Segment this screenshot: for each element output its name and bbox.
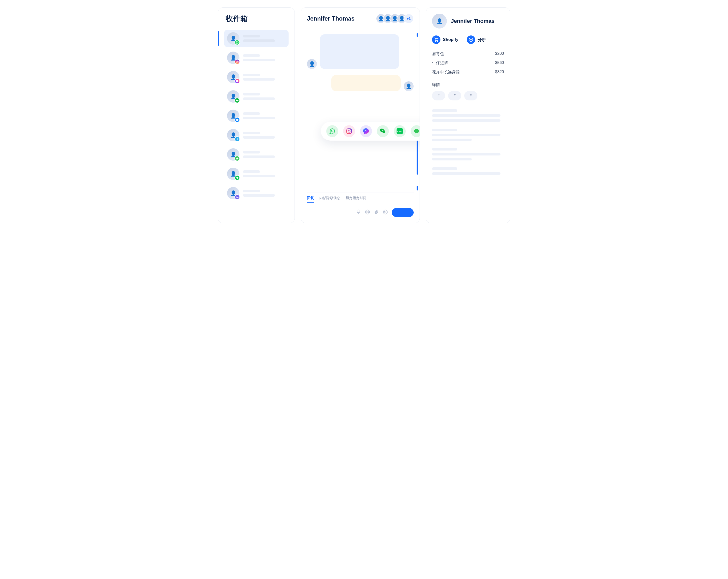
item-price: $320 xyxy=(495,70,504,75)
scrollbar-thumb[interactable] xyxy=(417,33,418,37)
conversation-panel: Jennifer Thomas 👤 👤 👤 👤 +1 👤 👤 xyxy=(301,7,420,223)
order-item: 牛仔短裤 $560 xyxy=(432,60,504,66)
order-item: 肩背包 $200 xyxy=(432,51,504,57)
channel-imessage[interactable] xyxy=(411,125,420,137)
inbox-item[interactable]: 👤 xyxy=(224,88,289,105)
svg-rect-12 xyxy=(358,210,359,212)
tag-chip[interactable]: # xyxy=(464,91,477,101)
svg-point-15 xyxy=(385,211,385,212)
svg-point-17 xyxy=(436,41,436,42)
contact-name: Jennifer Thomas xyxy=(451,18,495,24)
tag-chip[interactable]: # xyxy=(432,91,445,101)
avatar: 👤 xyxy=(227,90,239,103)
svg-point-14 xyxy=(383,210,388,214)
composer: 回复 内部隐蔽信息 预定指定时间 xyxy=(307,192,414,217)
item-price: $560 xyxy=(495,60,504,66)
tag-row: # # # xyxy=(432,91,504,101)
inbox-item[interactable]: 👤 xyxy=(224,165,289,183)
instagram-icon xyxy=(234,59,240,64)
svg-point-19 xyxy=(469,38,473,42)
contact-name: Jennifer Thomas xyxy=(307,15,355,22)
channel-line[interactable]: LINE xyxy=(394,125,406,137)
tag-chip[interactable]: # xyxy=(448,91,461,101)
details-header: 👤 Jennifer Thomas xyxy=(432,13,504,29)
svg-point-16 xyxy=(386,211,386,212)
avatar: 👤 xyxy=(404,81,414,91)
tab-internal[interactable]: 内部隐蔽信息 xyxy=(319,196,340,202)
participants[interactable]: 👤 👤 👤 👤 +1 xyxy=(379,13,414,24)
item-label: 花卉中长连身裙 xyxy=(432,70,460,75)
message-bubble xyxy=(331,75,401,91)
mention-icon[interactable] xyxy=(365,210,370,216)
inbox-title: 收件箱 xyxy=(224,13,289,24)
inbox-item[interactable]: 👤 xyxy=(224,185,289,202)
svg-rect-0 xyxy=(236,61,238,63)
channel-messenger[interactable] xyxy=(360,125,372,137)
avatar: 👤 xyxy=(227,168,239,180)
svg-point-1 xyxy=(237,61,238,62)
avatar: 👤 xyxy=(227,148,239,161)
attachment-icon[interactable] xyxy=(374,210,379,216)
avatar: 👤 xyxy=(227,187,239,199)
order-items: 肩背包 $200 牛仔短裤 $560 花卉中长连身裙 $320 xyxy=(432,51,504,75)
chat-icon xyxy=(234,117,240,122)
composer-toolbar xyxy=(356,210,388,216)
details-placeholder xyxy=(432,109,504,175)
integration-pills: Shopify 分析 xyxy=(432,35,504,44)
inbox-item[interactable]: 👤 xyxy=(224,107,289,125)
pill-label: 分析 xyxy=(478,37,486,43)
viber-icon xyxy=(234,194,240,200)
inbox-list: 👤 👤 👤 xyxy=(224,30,289,202)
message-in: 👤 xyxy=(307,34,414,69)
cart-icon xyxy=(432,35,440,44)
channel-selector: LINE xyxy=(321,122,420,141)
conversation-header: Jennifer Thomas 👤 👤 👤 👤 +1 xyxy=(307,13,414,28)
inbox-item[interactable]: 👤 xyxy=(224,49,289,66)
item-label: 肩背包 xyxy=(432,51,444,57)
wechat-icon xyxy=(234,98,240,103)
scrollbar-thumb[interactable] xyxy=(417,135,418,174)
inbox-item[interactable]: 👤 xyxy=(224,127,289,144)
item-price: $200 xyxy=(495,51,504,57)
telegram-icon xyxy=(234,136,240,142)
channel-whatsapp[interactable] xyxy=(326,125,338,137)
avatar: 👤 xyxy=(227,71,239,83)
inbox-item[interactable]: 👤 xyxy=(224,68,289,86)
pill-analytics[interactable]: 分析 xyxy=(467,35,486,44)
channel-instagram[interactable] xyxy=(343,125,355,137)
inbox-panel: 收件箱 👤 👤 👤 xyxy=(218,7,295,223)
message-out: 👤 xyxy=(307,75,414,91)
tab-scheduled[interactable]: 预定指定时间 xyxy=(346,196,366,202)
avatar: 👤 xyxy=(227,52,239,64)
line-icon xyxy=(234,175,240,181)
inbox-item[interactable]: 👤 xyxy=(224,30,289,47)
conversation-body: 👤 👤 xyxy=(307,28,414,192)
pill-shopify[interactable]: Shopify xyxy=(432,35,458,44)
avatar: 👤 xyxy=(432,13,447,29)
svg-point-13 xyxy=(367,211,368,213)
svg-point-18 xyxy=(437,41,438,42)
avatar: 👤 xyxy=(227,32,239,45)
analytics-icon xyxy=(467,35,475,44)
svg-point-5 xyxy=(348,130,350,132)
tab-reply[interactable]: 回复 xyxy=(307,196,314,202)
svg-point-6 xyxy=(350,130,351,130)
item-label: 牛仔短裤 xyxy=(432,60,448,66)
pill-label: Shopify xyxy=(443,37,458,42)
inbox-item[interactable]: 👤 xyxy=(224,146,289,163)
svg-point-3 xyxy=(237,100,238,101)
message-bubble xyxy=(320,34,399,69)
svg-text:LINE: LINE xyxy=(397,130,402,133)
emoji-icon[interactable] xyxy=(383,210,388,216)
whatsapp-icon xyxy=(234,40,240,45)
send-button[interactable] xyxy=(392,208,414,217)
order-item: 花卉中长连身裙 $320 xyxy=(432,70,504,75)
messenger-icon xyxy=(234,78,240,84)
participant-overflow[interactable]: +1 xyxy=(404,13,414,24)
details-section-label: 详情 xyxy=(432,82,504,87)
composer-tabs: 回复 内部隐蔽信息 预定指定时间 xyxy=(307,196,414,202)
channel-wechat[interactable] xyxy=(377,125,389,137)
scrollbar-thumb[interactable] xyxy=(417,186,418,190)
avatar: 👤 xyxy=(227,110,239,122)
mic-icon[interactable] xyxy=(356,210,361,216)
